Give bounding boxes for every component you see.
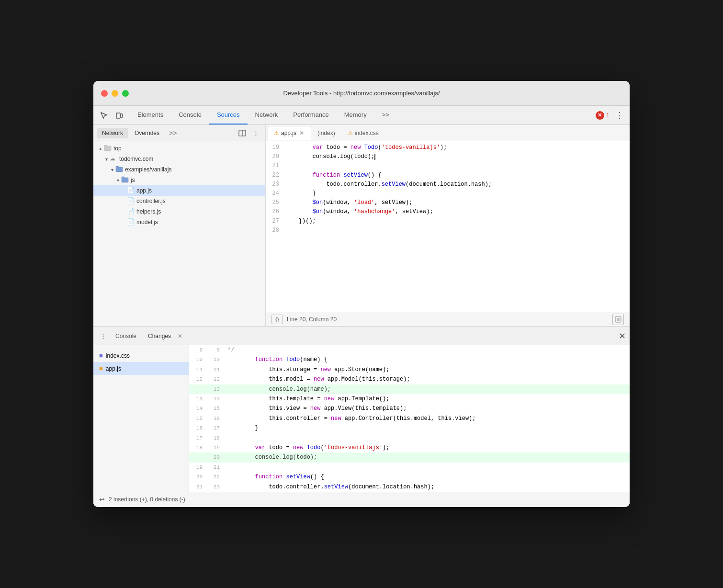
main-content: Network Overrides >> ⋮ [93,125,630,326]
tree-item-helpersjs[interactable]: 📄 helpers.js [93,206,265,217]
diff-line-16-17: 1617 } [189,423,630,433]
changes-file-indexcss[interactable]: ■ index.css [93,349,189,362]
changes-file-label-indexcss: index.css [106,352,130,359]
editor-tab-indexcss[interactable]: ⚠ index.css [341,126,385,140]
file-icon-appjs: 📄 [127,187,135,194]
left-tab-overrides[interactable]: Overrides [130,128,164,138]
devtools-tabs: Elements Console Sources Network Perform… [130,106,397,124]
diff-viewer[interactable]: 99 */ 1010 function Todo(name) { 1111 th… [189,345,630,492]
tab-more[interactable]: >> [374,106,397,124]
diff-line-12: 1212 this.model = new app.Model(this.sto… [189,374,630,384]
tree-label-js: js [131,177,135,183]
diff-line-9: 99 */ [189,345,630,355]
folder-icon-examples [115,166,123,173]
folder-icon-js [121,176,129,184]
left-tab-network[interactable]: Network [97,128,128,138]
changes-file-label-appjs: app.js [106,365,121,372]
close-button[interactable] [101,90,108,97]
minimize-button[interactable] [112,90,118,97]
diff-line-17-18: 1718 [189,433,630,443]
tab-memory[interactable]: Memory [337,106,374,124]
code-editor[interactable]: 19 var todo = new Todo('todos-vanillajs'… [266,141,630,312]
bottom-tab-console[interactable]: Console [111,331,141,341]
editor-position: Line 20, Column 20 [287,316,337,323]
diff-line-19-21: 1921 [189,463,630,472]
code-line-28: 28 [266,226,630,235]
left-panel: Network Overrides >> ⋮ [93,125,266,326]
file-icon-helpersjs: 📄 [127,208,135,215]
scroll-indicator[interactable] [612,314,624,325]
left-panel-more-btn[interactable]: >> [166,128,180,138]
tree-item-modeljs[interactable]: 📄 model.js [93,217,265,227]
tab-warning-appjs: ⚠ [274,130,279,136]
toolbar-icons [97,109,126,122]
tree-label-controllerjs: controller.js [136,198,166,204]
code-line-20: 20 console.log(todo); [266,152,630,161]
diff-line-13-14: 1314 this.template = new app.Template(); [189,394,630,404]
tree-label-helpersjs: helpers.js [136,208,161,215]
diff-line-21-23: 2123 todo.controller.setView(document.lo… [189,482,630,492]
tree-item-todomvc[interactable]: ☁ todomvc.com [93,154,265,164]
undo-icon[interactable]: ↩ [99,496,105,503]
editor-tab-appjs[interactable]: ⚠ app.js ✕ [268,126,311,140]
changes-file-appjs[interactable]: ■ app.js [93,362,189,375]
maximize-button[interactable] [122,90,129,97]
tree-item-appjs[interactable]: 📄 app.js [93,185,265,196]
svg-rect-0 [116,113,120,118]
inspect-element-button[interactable] [97,109,111,122]
bottom-tab-changes-close[interactable]: ✕ [178,333,182,339]
title-bar: Developer Tools - http://todomvc.com/exa… [93,81,630,106]
status-braces: {} [271,315,283,324]
editor-tab-index[interactable]: (index) [311,126,341,140]
diff-line-11: 1111 this.storage = new app.Store(name); [189,365,630,374]
bottom-tab-changes[interactable]: Changes [143,331,176,341]
error-badge[interactable]: ✕ 1 [596,111,610,120]
tree-item-examples[interactable]: examples/vanillajs [93,164,265,175]
editor-tab-label-index: (index) [317,130,335,136]
panel-split-icon[interactable] [237,127,248,139]
svg-rect-1 [121,114,123,117]
bottom-status-bar: ↩ 2 insertions (+), 0 deletions (-) [93,492,630,507]
tree-arrow-top[interactable] [97,145,104,152]
editor-status-bar: {} Line 20, Column 20 [266,312,630,326]
device-toolbar-button[interactable] [113,109,126,122]
tab-close-appjs[interactable]: ✕ [298,130,305,136]
tree-arrow-todomvc[interactable] [103,156,110,162]
tree-arrow-js[interactable] [114,177,121,183]
tab-console[interactable]: Console [171,106,209,124]
tab-network[interactable]: Network [248,106,286,124]
diff-line-18-19: 1819 var todo = new Todo('todos-vanillaj… [189,443,630,452]
panel-options-icon[interactable]: ⋮ [250,127,261,139]
changes-file-list: ■ index.css ■ app.js [93,345,189,492]
folder-icon-top [104,145,112,152]
tab-elements[interactable]: Elements [130,106,171,124]
more-options-button[interactable]: ⋮ [613,110,626,121]
diff-line-13-added: -13 console.log(name); [189,384,630,394]
bottom-toolbar: ⋮ Console Changes ✕ ✕ [93,327,630,345]
tab-performance[interactable]: Performance [285,106,336,124]
code-line-19: 19 var todo = new Todo('todos-vanillajs'… [266,143,630,152]
tree-label-top: top [113,145,122,152]
tree-arrow-examples[interactable] [109,166,115,173]
file-icon-controllerjs: 📄 [127,197,135,205]
left-panel-tabs: Network Overrides >> ⋮ [93,125,265,141]
toolbar-right: ✕ 1 ⋮ [596,110,626,121]
file-icon-modeljs: 📄 [127,218,135,226]
tree-label-modeljs: model.js [136,219,158,226]
bottom-panel-close-btn[interactable]: ✕ [619,331,626,341]
bottom-options-icon[interactable]: ⋮ [97,330,109,342]
tree-label-appjs: app.js [136,187,152,194]
tree-item-top[interactable]: top [93,143,265,154]
code-line-24: 24 } [266,189,630,198]
tree-item-controllerjs[interactable]: 📄 controller.js [93,196,265,206]
code-line-26: 26 $on(window, 'hashchange', setView); [266,207,630,216]
right-panel: ⚠ app.js ✕ (index) ⚠ index.css 19 var to… [266,125,630,326]
devtools-toolbar: Elements Console Sources Network Perform… [93,106,630,125]
devtools-window: Developer Tools - http://todomvc.com/exa… [93,81,630,507]
tree-label-todomvc: todomvc.com [119,156,153,162]
tab-sources[interactable]: Sources [209,106,248,124]
tree-item-js[interactable]: js [93,175,265,185]
file-icon-indexcss-changes: ■ [99,352,103,359]
editor-tabs: ⚠ app.js ✕ (index) ⚠ index.css [266,125,630,141]
tree-label-examples: examples/vanillajs [125,166,171,173]
